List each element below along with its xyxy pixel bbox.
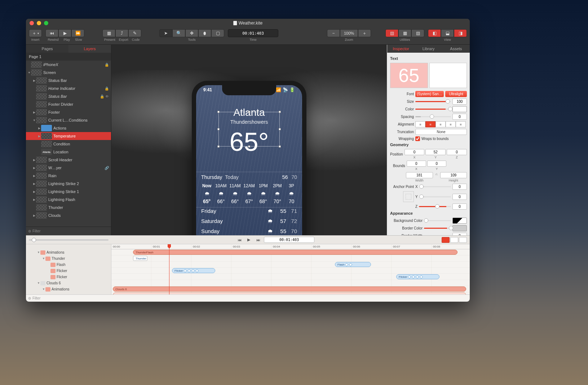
pages-tab[interactable]: Pages [26, 45, 68, 53]
code-button[interactable]: ✎ [128, 29, 141, 37]
timeline-view-2[interactable] [450, 237, 458, 243]
layer-row[interactable]: ▶Status Bar [26, 76, 111, 84]
layers-tab[interactable]: Layers [68, 45, 111, 53]
timeline-tree-row[interactable]: ▼Thunder [26, 255, 111, 262]
height-input[interactable] [440, 172, 467, 178]
move-tool[interactable]: ✥ [185, 29, 198, 37]
timeline-timecode[interactable]: 00:01:403 [264, 237, 314, 243]
bgcolor-well[interactable] [452, 218, 467, 224]
play-button[interactable]: ▶ [58, 29, 71, 37]
timeline-view-1[interactable] [442, 237, 450, 243]
clip-clouds6[interactable]: Clouds 6 [113, 286, 466, 292]
timeline-ff-button[interactable]: ⏭ [255, 237, 262, 243]
color-well[interactable] [452, 106, 467, 112]
spacing-slider[interactable] [415, 116, 451, 117]
timeline-ruler[interactable]: 00:0000:0100:0200:0300:0400:0500:0600:07… [111, 244, 470, 249]
layer-row[interactable]: ▶Temperature [26, 132, 111, 140]
layers-filter[interactable]: ⊚ Filter [26, 227, 111, 235]
timeline-zoom-slider[interactable] [26, 239, 111, 241]
zoom-tool[interactable]: 🔍 [172, 29, 185, 37]
pos-z-input[interactable] [447, 149, 467, 155]
layer-row[interactable]: ▼Screen [26, 69, 111, 76]
layer-row[interactable]: iPhoneX🔒 [26, 61, 111, 69]
layer-row[interactable]: ▶Scroll Header [26, 156, 111, 164]
export-button[interactable]: ⤴ [115, 29, 128, 37]
clip-thunder[interactable]: Thunder [133, 256, 147, 261]
canvas[interactable]: 9:41 📶 📡 🔋 Atlanta Thundershowers 65° [111, 45, 387, 235]
timeline-filter[interactable]: ⊚Filter [26, 294, 470, 302]
inspector-tab[interactable]: Inspector [387, 45, 415, 53]
layer-row[interactable]: ▼Current L…Conditions [26, 116, 111, 124]
clip-thunderflash[interactable]: ThunderFlash [133, 250, 457, 255]
clip-flicker-2[interactable]: Flicker [396, 274, 439, 279]
assets-tab[interactable]: Assets [442, 45, 470, 53]
shape-tool[interactable]: ⬮ [198, 29, 211, 37]
timeline-rewind-button[interactable]: ⏮ [236, 237, 243, 243]
timeline-tracks[interactable]: 00:0000:0100:0200:0300:0400:0500:0600:07… [111, 244, 470, 294]
timecode-display[interactable]: 00:01:403 [228, 29, 278, 37]
playhead[interactable] [169, 244, 169, 294]
timeline-tree-row[interactable]: ▼Clouds 6 [26, 280, 111, 286]
font-select[interactable]: (System) San… [415, 91, 444, 97]
present-button[interactable]: ▦ [102, 29, 115, 37]
selection-handles[interactable] [218, 112, 280, 146]
layer-row[interactable]: ▶Lightning Flash [26, 196, 111, 204]
layer-row[interactable]: Condition [26, 140, 111, 148]
layer-row[interactable]: ▶Lightning Strike 2 [26, 180, 111, 188]
timeline-play-button[interactable]: ▶ [245, 237, 252, 243]
borderwidth-input[interactable] [452, 233, 467, 235]
lock-aspect-icon[interactable]: ⎌ [434, 172, 439, 182]
utility-panel-2[interactable]: ▦ [398, 29, 411, 37]
bordercolor-well[interactable] [452, 225, 467, 231]
size-input[interactable] [452, 99, 467, 105]
bgcolor-slider[interactable] [424, 220, 451, 221]
pos-y-input[interactable] [425, 149, 446, 155]
layer-row[interactable]: Status Bar🔒👁 [26, 92, 111, 100]
weight-select[interactable]: Ultralight [445, 91, 467, 97]
utility-panel-1[interactable]: ▤ [385, 29, 398, 37]
bounds-y-input[interactable] [427, 161, 447, 167]
clip-positionx[interactable]: position.x [113, 293, 466, 294]
anchor-x-slider[interactable] [419, 186, 451, 187]
layer-row[interactable]: ▶Clouds [26, 211, 111, 219]
view-left-button[interactable]: ◧ [428, 29, 441, 37]
rewind-button[interactable]: ⏮ [45, 29, 58, 37]
view-right-button[interactable]: ◨ [454, 29, 467, 37]
align-center[interactable]: ≡ [425, 121, 436, 127]
insert-button[interactable]: ＋ [29, 29, 42, 37]
bounds-x-input[interactable] [407, 161, 426, 167]
spacing-input[interactable] [452, 114, 467, 120]
timeline-tree-row[interactable]: Flicker [26, 274, 111, 280]
align-justify[interactable]: ≡ [446, 121, 456, 127]
anchor-y-input[interactable] [452, 194, 467, 200]
zoom-window-button[interactable] [44, 21, 48, 25]
anchor-x-input[interactable] [452, 184, 467, 190]
anchor-z-slider[interactable] [419, 206, 451, 207]
align-left[interactable]: ≡ [415, 121, 425, 127]
pos-x-input[interactable] [404, 149, 425, 155]
align-natural[interactable]: ≡ [456, 121, 466, 127]
close-window-button[interactable] [30, 21, 34, 25]
zoom-out-button[interactable]: − [327, 29, 340, 37]
layer-row[interactable]: Footer Divider [26, 100, 111, 108]
timeline-tree-row[interactable]: ▼Animations [26, 249, 111, 255]
slow-button[interactable]: ⏩ [71, 29, 84, 37]
anchor-grid-icon[interactable] [403, 191, 414, 202]
timeline-tree-row[interactable]: Flicker [26, 268, 111, 274]
size-slider[interactable] [415, 101, 451, 102]
timeline-tree-row[interactable]: Flash [26, 262, 111, 268]
layer-row[interactable]: Home Indicator🔒 [26, 84, 111, 92]
layer-row[interactable]: ▶Lightning Strike 1 [26, 188, 111, 196]
layer-row[interactable]: Thunder [26, 204, 111, 211]
bordercolor-slider[interactable] [424, 228, 451, 229]
minimize-window-button[interactable] [37, 21, 41, 25]
wrapping-checkbox[interactable] [415, 136, 420, 141]
layer-row[interactable]: ▶Actions [26, 124, 111, 132]
utility-panel-3[interactable]: ▤ [411, 29, 424, 37]
truncation-select[interactable]: None [415, 129, 467, 135]
library-tab[interactable]: Library [415, 45, 442, 53]
clip-flash[interactable]: Flash [335, 262, 371, 267]
view-bottom-button[interactable]: ⬓ [441, 29, 454, 37]
page-label[interactable]: Page 1 [26, 53, 111, 61]
rect-tool[interactable]: ▢ [211, 29, 224, 37]
